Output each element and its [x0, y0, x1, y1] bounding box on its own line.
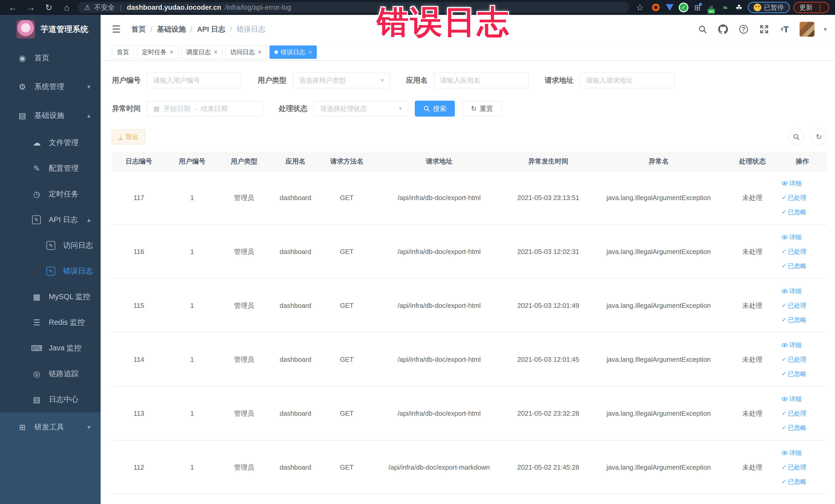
sidebar-item-home[interactable]: ◉首页	[0, 44, 101, 73]
check-icon: ✓	[781, 478, 786, 485]
sidebar-item-redis-monitor[interactable]: ☰Redis 监控	[0, 310, 101, 335]
processed-link[interactable]: ✓已处理	[781, 463, 806, 471]
action-label: 已处理	[788, 194, 806, 202]
process-status-select[interactable]: 请选择处理状态 ▾	[314, 101, 408, 117]
font-size-icon[interactable]: ᴛT	[779, 24, 790, 35]
ignored-link[interactable]: ✓已忽略	[781, 370, 806, 378]
row-actions: 详细✓已处理✓已忽略	[778, 233, 827, 270]
browser-menu-icon[interactable]: ⋮	[816, 3, 823, 12]
sidebar-item-dev-tools[interactable]: ⊞研发工具▾	[0, 412, 101, 442]
sidebar-item-java-monitor[interactable]: ⌨Java 监控	[0, 335, 101, 361]
sidebar-item-trace[interactable]: ◎链路追踪	[0, 361, 101, 387]
close-icon[interactable]: ×	[214, 48, 218, 56]
chevron-down-icon[interactable]: ▾	[824, 26, 827, 33]
tab-home[interactable]: 首页	[112, 45, 134, 59]
extension-blue-icon[interactable]	[665, 2, 675, 13]
sidebar-item-config-management[interactable]: ✎配置管理	[0, 156, 101, 181]
extensions-grid-icon[interactable]: ⊞	[692, 2, 702, 13]
breadcrumb-item[interactable]: 基础设施	[157, 24, 186, 34]
detail-link[interactable]: 详细	[781, 287, 802, 295]
table-cell: 1	[166, 302, 219, 310]
sidebar-item-file-management[interactable]: ☁文件管理	[0, 130, 101, 156]
table-cell: 117	[112, 194, 166, 202]
detail-link[interactable]: 详细	[781, 395, 802, 403]
close-icon[interactable]: ×	[258, 48, 262, 56]
extension-green-check-icon[interactable]: ✓	[678, 2, 689, 13]
sidebar-item-log-center[interactable]: ▤日志中心	[0, 387, 101, 412]
table-cell: 未处理	[727, 355, 778, 364]
breadcrumb-item[interactable]: API 日志	[197, 24, 225, 34]
close-icon[interactable]: ×	[170, 48, 173, 56]
sidebar-item-system-management[interactable]: ⚙系统管理▾	[0, 73, 101, 101]
avatar[interactable]	[799, 22, 814, 37]
request-url-input[interactable]	[579, 73, 675, 88]
sidebar-item-error-log[interactable]: ✎错误日志	[0, 258, 101, 284]
tab-cron-job[interactable]: 定时任务×	[137, 45, 178, 59]
toolbar-row: ↓ 导出 ↻	[112, 129, 827, 145]
home-icon[interactable]: ⌂	[60, 2, 74, 13]
app-logo-row[interactable]: 芋道管理系统	[0, 15, 101, 44]
address-bar[interactable]: ⚠ 不安全 | dashboard.yudao.iocoder.cn/infra…	[78, 2, 629, 13]
ignored-link[interactable]: ✓已忽略	[781, 208, 806, 216]
bookmark-star-icon[interactable]: ☆	[633, 2, 647, 13]
table-cell: /api/infra/db-doc/export-html	[372, 194, 506, 202]
sidebar-item-infrastructure[interactable]: ▤基础设施▴	[0, 101, 101, 130]
back-icon[interactable]: ←	[6, 2, 20, 13]
app-name-input[interactable]	[434, 73, 529, 88]
export-button[interactable]: ↓ 导出	[112, 129, 145, 144]
processed-link[interactable]: ✓已处理	[781, 301, 806, 310]
detail-link[interactable]: 详细	[781, 179, 802, 187]
sidebar-item-api-log[interactable]: ✎API 日志▴	[0, 207, 101, 233]
detail-link[interactable]: 详细	[781, 449, 802, 457]
app-logo	[16, 20, 35, 39]
ignored-link[interactable]: ✓已忽略	[781, 316, 806, 324]
extension-puzzle-icon[interactable]: ☘	[734, 2, 744, 13]
search-icon[interactable]	[697, 24, 708, 35]
user-id-input[interactable]	[147, 73, 242, 88]
help-icon[interactable]: ?	[738, 24, 749, 35]
eye-icon	[781, 396, 788, 402]
paused-extension-pill[interactable]: 已暂停	[748, 2, 790, 13]
ignored-link[interactable]: ✓已忽略	[781, 262, 806, 270]
chevron-down-icon: ▾	[381, 77, 384, 84]
toggle-search-button[interactable]	[788, 129, 804, 145]
tab-schedule-log[interactable]: 调度日志×	[181, 45, 222, 59]
sidebar-item-access-log[interactable]: ✎访问日志	[0, 233, 101, 258]
tab-access-log[interactable]: 访问日志×	[225, 45, 266, 59]
security-label[interactable]: 不安全	[94, 3, 115, 12]
reload-icon[interactable]: ↻	[42, 2, 56, 13]
processed-link[interactable]: ✓已处理	[781, 355, 806, 364]
breadcrumb-item[interactable]: 首页	[131, 24, 146, 34]
forward-icon[interactable]: →	[24, 2, 38, 13]
github-icon[interactable]	[717, 24, 729, 35]
tab-error-log[interactable]: 错误日志×	[269, 45, 317, 59]
action-label: 已忽略	[788, 370, 806, 378]
user-type-select[interactable]: 请选择用户类型 ▾	[292, 73, 390, 88]
extension-switch-icon[interactable]: ≡	[706, 2, 716, 13]
extension-orange-icon[interactable]	[651, 2, 661, 13]
column-header: 操作	[778, 157, 827, 166]
table-cell: 管理员	[219, 463, 270, 472]
check-icon: ✓	[781, 424, 786, 431]
ignored-link[interactable]: ✓已忽略	[781, 478, 806, 486]
sidebar-item-cron-job[interactable]: ◷定时任务	[0, 181, 101, 207]
fullscreen-icon[interactable]	[758, 24, 770, 35]
ignored-link[interactable]: ✓已忽略	[781, 424, 806, 432]
reset-button[interactable]: ↻ 重置	[463, 101, 502, 117]
processed-link[interactable]: ✓已处理	[781, 247, 806, 256]
close-icon[interactable]: ×	[308, 48, 312, 56]
detail-link[interactable]: 详细	[781, 233, 802, 241]
processed-link[interactable]: ✓已处理	[781, 194, 806, 202]
exception-time-range-picker[interactable]: ▦ 开始日期 - 结束日期	[147, 101, 263, 117]
user-type-placeholder: 请选择用户类型	[299, 76, 346, 85]
search-button[interactable]: 搜索	[415, 101, 455, 117]
collapse-sidebar-icon[interactable]: ☰	[112, 24, 121, 35]
table-cell: 2021-05-03 12:01:49	[506, 302, 591, 310]
sidebar-item-mysql-monitor[interactable]: ▦MySQL 监控	[0, 284, 101, 310]
update-browser-button[interactable]: 更新 ⋮	[793, 2, 829, 13]
processed-link[interactable]: ✓已处理	[781, 409, 806, 418]
table-cell: java.lang.IllegalArgumentException	[591, 356, 727, 364]
refresh-table-button[interactable]: ↻	[811, 129, 827, 145]
detail-link[interactable]: 详细	[781, 341, 802, 349]
extension-leaf-icon[interactable]: ❧	[720, 2, 730, 13]
